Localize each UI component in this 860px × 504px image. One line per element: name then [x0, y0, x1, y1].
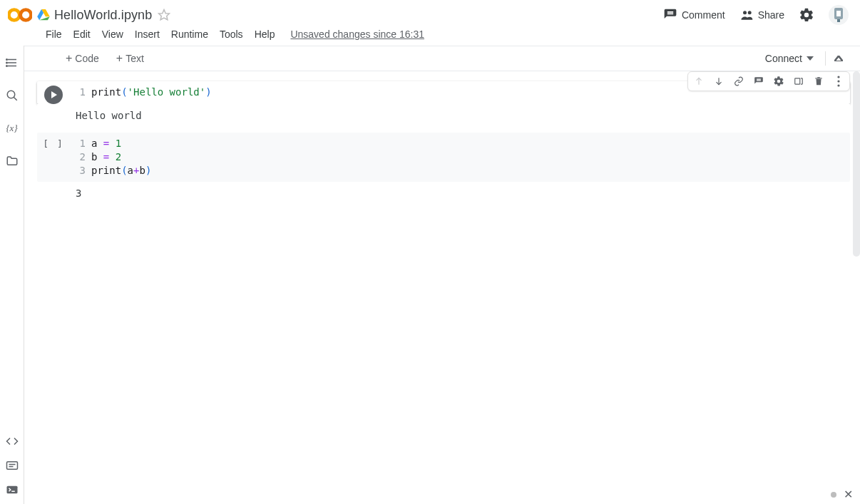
svg-point-17	[7, 91, 15, 98]
svg-point-6	[743, 11, 747, 14]
mirror-cell-button[interactable]	[791, 73, 807, 89]
plus-icon: +	[66, 53, 72, 64]
svg-point-16	[6, 66, 7, 67]
collapse-header-button[interactable]	[825, 51, 851, 66]
code-snippets-icon[interactable]	[5, 434, 19, 448]
menu-edit[interactable]: Edit	[73, 29, 91, 40]
svg-line-18	[14, 97, 17, 101]
header: HelloWorld.ipynb Comment Share	[0, 0, 860, 26]
notebook-toolbar: + Code + Text Connect	[24, 46, 860, 71]
save-status[interactable]: Unsaved changes since 16:31	[290, 29, 424, 40]
close-icon[interactable]: ✕	[844, 488, 853, 501]
move-up-button	[691, 73, 707, 89]
play-icon	[51, 91, 57, 98]
svg-rect-26	[795, 78, 800, 84]
svg-point-14	[6, 59, 7, 61]
notebook-content: 1print('Hello world') Hello world [ ] 1a…	[24, 71, 860, 504]
more-actions-button[interactable]	[831, 73, 846, 89]
svg-point-28	[837, 80, 839, 82]
avatar[interactable]	[829, 5, 849, 25]
add-code-label: Code	[75, 53, 98, 64]
comment-button[interactable]: Comment	[663, 8, 725, 22]
cell-action-toolbar	[687, 71, 850, 91]
settings-button[interactable]	[799, 7, 814, 23]
move-down-button[interactable]	[711, 73, 727, 89]
plus-icon: +	[116, 53, 123, 64]
code-cell[interactable]: 1print('Hello world') Hello world	[37, 81, 850, 128]
menubar: File Edit View Insert Runtime Tools Help…	[0, 26, 860, 46]
code-cell[interactable]: [ ] 1a = 1 2b = 2 3print(a+b) 3	[37, 133, 850, 206]
menu-file[interactable]: File	[46, 29, 62, 40]
svg-point-27	[837, 76, 839, 78]
file-title[interactable]: HelloWorld.ipynb	[54, 8, 152, 23]
svg-rect-19	[6, 462, 17, 470]
svg-point-7	[747, 11, 751, 14]
run-cell-button[interactable]	[44, 86, 63, 104]
menu-view[interactable]: View	[102, 29, 123, 40]
exec-indicator[interactable]: [ ]	[43, 137, 63, 149]
add-comment-button[interactable]	[751, 73, 767, 89]
share-button[interactable]: Share	[739, 8, 784, 22]
add-code-button[interactable]: + Code	[60, 50, 105, 67]
scrollbar[interactable]	[853, 71, 860, 257]
link-button[interactable]	[731, 73, 747, 89]
connect-label: Connect	[765, 53, 802, 64]
cell-settings-button[interactable]	[771, 73, 787, 89]
add-text-label: Text	[126, 53, 144, 64]
command-palette-icon[interactable]	[5, 458, 19, 473]
svg-point-1	[21, 10, 31, 21]
svg-point-0	[9, 10, 19, 21]
comment-label: Comment	[682, 9, 725, 21]
terminal-icon[interactable]	[5, 483, 19, 497]
footer-status: ✕	[831, 488, 853, 501]
svg-point-29	[837, 84, 839, 86]
star-icon[interactable]	[158, 9, 170, 21]
menu-tools[interactable]: Tools	[220, 29, 243, 40]
add-text-button[interactable]: + Text	[111, 50, 150, 67]
code-editor[interactable]: 1a = 1 2b = 2 3print(a+b)	[70, 133, 850, 182]
share-label: Share	[758, 9, 784, 21]
status-dot-icon	[831, 492, 836, 498]
cell-output: Hello world	[37, 104, 850, 128]
svg-rect-10	[837, 19, 840, 22]
toc-icon[interactable]	[5, 56, 19, 70]
svg-rect-9	[836, 11, 841, 16]
chevron-down-icon	[807, 56, 814, 61]
search-icon[interactable]	[5, 88, 19, 103]
files-icon[interactable]	[5, 154, 19, 168]
drive-icon	[37, 9, 50, 21]
colab-logo[interactable]	[6, 1, 34, 29]
menu-insert[interactable]: Insert	[135, 29, 160, 40]
svg-rect-22	[6, 486, 17, 494]
cell-output: 3	[70, 182, 850, 206]
svg-point-15	[6, 62, 7, 63]
menu-runtime[interactable]: Runtime	[171, 29, 208, 40]
menu-help[interactable]: Help	[255, 29, 275, 40]
variables-icon[interactable]: {x}	[5, 121, 19, 135]
svg-marker-5	[159, 10, 170, 20]
connect-button[interactable]: Connect	[758, 50, 821, 67]
delete-cell-button[interactable]	[811, 73, 826, 89]
left-sidebar: {x}	[0, 46, 24, 504]
